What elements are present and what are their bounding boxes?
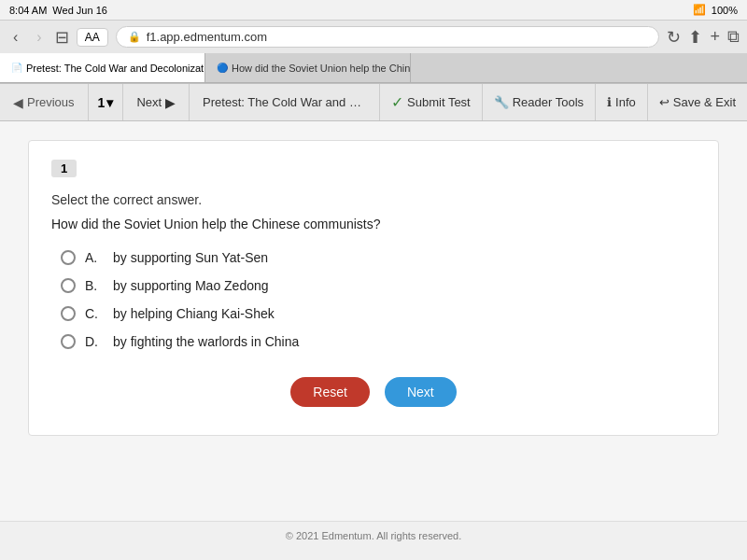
question-number-badge: 1 [51,160,77,177]
save-icon: ↩ [659,95,669,109]
next-icon: ▶ [165,95,176,110]
browser-tabs: 📄 Pretest: The Cold War and Decolonizati… [0,53,747,83]
browser-chrome: ‹ › ⊟ AA 🔒 f1.app.edmentum.com ↻ ⬆ + ⧉ 📄… [0,21,747,84]
option-a[interactable]: A. by supporting Sun Yat-Sen [61,250,696,265]
check-icon: ✓ [391,93,403,111]
footer-text: © 2021 Edmentum. All rights reserved. [286,530,461,541]
text-size-button[interactable]: AA [77,28,108,47]
option-b[interactable]: B. by supporting Mao Zedong [61,278,696,293]
option-a-radio[interactable] [61,250,76,265]
question-num-value: 1 [98,95,106,110]
option-a-label: A. [85,250,104,265]
save-exit-label: Save & Exit [673,95,736,109]
submit-test-button[interactable]: ✓ Submit Test [379,84,482,120]
wrench-icon: 🔧 [494,95,509,109]
reader-tools-label: Reader Tools [513,95,584,109]
option-d-text: by fighting the warlords in China [113,334,299,349]
forward-button[interactable]: › [31,27,47,48]
options-list: A. by supporting Sun Yat-Sen B. by suppo… [61,250,696,349]
action-buttons: Reset Next [51,377,696,407]
info-icon: ℹ [607,95,612,109]
reader-tools-button[interactable]: 🔧 Reader Tools [482,84,595,120]
option-c-radio[interactable] [61,306,76,321]
instruction-text: Select the correct answer. [51,192,696,207]
option-d-radio[interactable] [61,334,76,349]
tab1-title: Pretest: The Cold War and Decolonization [26,63,205,74]
save-exit-button[interactable]: ↩ Save & Exit [648,84,747,120]
tab2-favicon: 🔵 [217,63,228,73]
browser-actions: ↻ ⬆ + ⧉ [667,27,740,48]
option-b-radio[interactable] [61,278,76,293]
share-button[interactable]: ⬆ [688,27,702,48]
prev-icon: ◀ [13,95,23,110]
option-b-text: by supporting Mao Zedong [113,278,269,293]
refresh-button[interactable]: ↻ [667,27,681,48]
info-button[interactable]: ℹ Info [595,84,648,120]
option-b-label: B. [85,278,104,293]
page-title: Pretest: The Cold War and Decoloniz... [190,95,379,109]
url-text: f1.app.edmentum.com [147,30,267,44]
browser-tab-1[interactable]: 📄 Pretest: The Cold War and Decolonizati… [0,53,205,82]
url-bar[interactable]: 🔒 f1.app.edmentum.com [116,26,660,48]
option-d-label: D. [85,334,104,349]
next-toolbar-label: Next [136,95,162,109]
info-label: Info [615,95,636,109]
next-toolbar-button[interactable]: Next ▶ [123,84,190,120]
reset-button[interactable]: Reset [290,377,370,407]
battery-display: 100% [712,5,738,16]
wifi-icon: 📶 [693,4,706,16]
question-number-selector[interactable]: 1 ▾ [89,84,124,120]
browser-tab-2[interactable]: 🔵 How did the Soviet Union help the Chin… [205,53,411,82]
new-tab-button[interactable]: + [710,27,720,47]
submit-label: Submit Test [407,95,471,109]
time-display: 8:04 AM [9,5,47,16]
browser-toolbar: ‹ › ⊟ AA 🔒 f1.app.edmentum.com ↻ ⬆ + ⧉ [0,21,747,53]
question-text: How did the Soviet Union help the Chines… [51,217,696,231]
option-c-text: by helping Chiang Kai-Shek [113,306,275,321]
tabs-button[interactable]: ⧉ [727,27,740,47]
tab2-title: How did the Soviet Union help the Chines… [232,63,411,74]
main-content: 1 Select the correct answer. How did the… [0,121,747,521]
tab1-favicon: 📄 [11,63,22,73]
reader-mode-icon: ⊟ [55,27,69,48]
back-button[interactable]: ‹ [7,27,23,48]
previous-button[interactable]: ◀ Previous [0,84,89,120]
status-bar: 8:04 AM Wed Jun 16 📶 100% [0,0,747,21]
date-display: Wed Jun 16 [52,5,107,16]
app-toolbar: ◀ Previous 1 ▾ Next ▶ Pretest: The Cold … [0,84,747,121]
option-c-label: C. [85,306,104,321]
option-d[interactable]: D. by fighting the warlords in China [61,334,696,349]
dropdown-chevron-icon: ▾ [106,95,113,110]
previous-label: Previous [27,95,75,109]
next-question-button[interactable]: Next [385,377,457,407]
question-card: 1 Select the correct answer. How did the… [28,140,719,436]
lock-icon: 🔒 [128,31,141,43]
footer: © 2021 Edmentum. All rights reserved. [0,521,747,549]
option-c[interactable]: C. by helping Chiang Kai-Shek [61,306,696,321]
option-a-text: by supporting Sun Yat-Sen [113,250,268,265]
